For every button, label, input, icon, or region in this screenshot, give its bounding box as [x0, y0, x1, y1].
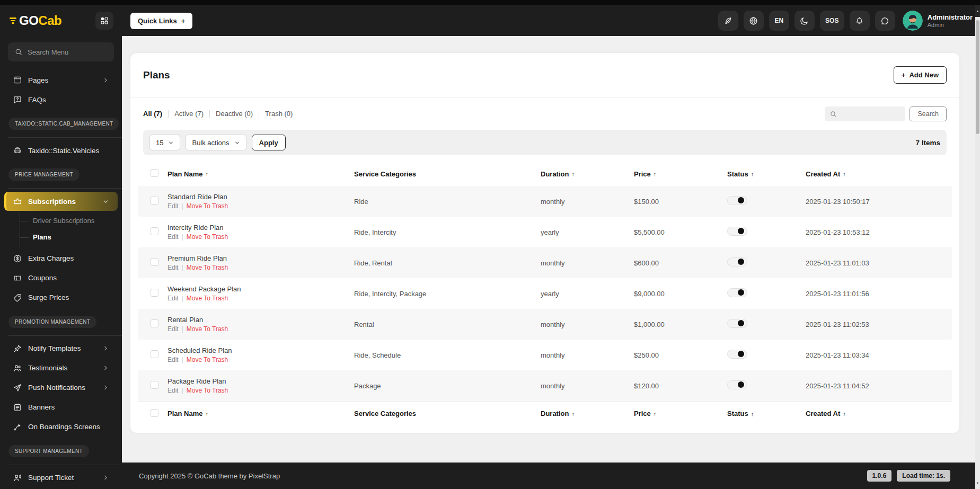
- quick-links-button[interactable]: Quick Links +: [130, 13, 192, 29]
- scrollbar-down-arrow[interactable]: ▼: [975, 479, 980, 487]
- sidebar-item-testimonials[interactable]: Testimonials: [4, 359, 118, 378]
- col-price[interactable]: Price: [634, 170, 651, 178]
- move-to-trash-link[interactable]: Move To Trash: [187, 325, 228, 333]
- edit-link[interactable]: Edit: [167, 325, 179, 333]
- sidebar-subitem-plans[interactable]: Plans: [20, 229, 108, 246]
- sidebar-item-extra-charges[interactable]: Extra Charges: [4, 249, 118, 268]
- vertical-scrollbar[interactable]: ▲ ▼: [975, 5, 980, 489]
- row-checkbox[interactable]: [151, 381, 158, 389]
- status-toggle[interactable]: [727, 257, 747, 266]
- col-plan-name[interactable]: Plan Name: [167, 170, 202, 178]
- edit-link[interactable]: Edit: [167, 233, 179, 241]
- col-plan-name[interactable]: Plan Name: [167, 410, 202, 417]
- section-divider: [8, 335, 122, 336]
- col-price[interactable]: Price: [634, 410, 651, 417]
- apps-grid-button[interactable]: [95, 12, 113, 30]
- language-select-button[interactable]: EN: [769, 11, 789, 31]
- language-globe-button[interactable]: [744, 11, 764, 31]
- sidebar-search-input[interactable]: [28, 48, 121, 56]
- faq-icon: [13, 95, 22, 104]
- price: $5,500.00: [634, 228, 727, 236]
- col-service-categories: Service Categories: [354, 410, 416, 417]
- gocab-logo[interactable]: GOCab: [10, 13, 61, 28]
- bell-icon: [854, 16, 864, 26]
- sidebar-item-notify-templates[interactable]: Notify Templates: [4, 339, 118, 358]
- sort-icon: ↑: [843, 411, 846, 417]
- sidebar-item-onboarding-screens[interactable]: On Boardings Screens: [4, 417, 118, 437]
- status-toggle[interactable]: [727, 227, 747, 236]
- table-search-input[interactable]: [840, 110, 900, 118]
- status-toggle[interactable]: [727, 380, 747, 389]
- notifications-button[interactable]: [850, 11, 870, 31]
- sidebar-item-pages[interactable]: Pages: [4, 70, 118, 90]
- scrollbar-thumb[interactable]: [976, 20, 979, 134]
- edit-link[interactable]: Edit: [167, 356, 179, 363]
- tab-trash[interactable]: Trash (0): [259, 110, 298, 118]
- row-checkbox[interactable]: [151, 258, 158, 266]
- col-duration[interactable]: Duration: [541, 410, 569, 417]
- sidebar-header: GOCab: [0, 5, 122, 36]
- sidebar-item-support-ticket[interactable]: Support Ticket: [4, 468, 118, 487]
- move-to-trash-link[interactable]: Move To Trash: [187, 356, 228, 363]
- sos-button[interactable]: SOS: [820, 11, 844, 31]
- sort-icon: ↑: [571, 171, 575, 177]
- move-to-trash-link[interactable]: Move To Trash: [187, 387, 228, 394]
- user-menu[interactable]: Administrator Admin: [903, 11, 973, 31]
- edit-link[interactable]: Edit: [167, 295, 179, 302]
- add-new-label: Add New: [909, 71, 939, 79]
- row-checkbox[interactable]: [151, 227, 158, 235]
- dark-mode-button[interactable]: [794, 11, 815, 31]
- messages-button[interactable]: [875, 11, 895, 31]
- add-new-button[interactable]: + Add New: [894, 66, 947, 84]
- row-checkbox[interactable]: [151, 197, 158, 205]
- sort-icon: ↑: [751, 411, 754, 417]
- sidebar-subitem-driver-subscriptions[interactable]: Driver Subscriptions: [20, 213, 108, 229]
- per-page-select[interactable]: 15: [149, 135, 180, 150]
- move-to-trash-link[interactable]: Move To Trash: [187, 264, 228, 271]
- tab-deactive[interactable]: Deactive (0): [210, 110, 259, 118]
- tab-active[interactable]: Active (7): [169, 110, 210, 118]
- grid-icon: [100, 16, 109, 25]
- status-toggle[interactable]: [727, 288, 747, 297]
- search-button[interactable]: Search: [910, 106, 947, 121]
- table-row: Intercity Ride Plan Edit|Move To Trash R…: [138, 217, 952, 247]
- sidebar-item-coupons[interactable]: Coupons: [4, 269, 118, 288]
- theme-customizer-button[interactable]: [718, 11, 738, 31]
- status-toggle[interactable]: [727, 196, 747, 205]
- move-to-trash-link[interactable]: Move To Trash: [187, 233, 228, 241]
- price: $9,000.00: [634, 290, 727, 298]
- edit-link[interactable]: Edit: [167, 264, 179, 271]
- select-all-checkbox[interactable]: [151, 409, 158, 417]
- col-created-at[interactable]: Created At: [806, 410, 840, 417]
- col-created-at[interactable]: Created At: [806, 170, 840, 178]
- move-to-trash-link[interactable]: Move To Trash: [187, 295, 228, 302]
- sidebar-item-vehicles[interactable]: Taxido::Static.Vehicles: [4, 141, 118, 160]
- sidebar-item-subscriptions[interactable]: Subscriptions: [4, 192, 118, 211]
- row-checkbox[interactable]: [151, 350, 158, 358]
- plan-name: Package Ride Plan: [167, 377, 354, 385]
- row-checkbox[interactable]: [151, 289, 158, 297]
- tab-all[interactable]: All (7): [143, 110, 169, 118]
- status-toggle[interactable]: [727, 319, 747, 328]
- sidebar-item-surge-prices[interactable]: Surge Prices: [4, 288, 118, 307]
- row-checkbox[interactable]: [151, 319, 158, 327]
- edit-link[interactable]: Edit: [167, 387, 179, 394]
- price: $250.00: [634, 351, 727, 359]
- col-status[interactable]: Status: [727, 410, 748, 417]
- apply-button[interactable]: Apply: [252, 135, 286, 150]
- col-duration[interactable]: Duration: [541, 170, 569, 178]
- load-time-badge: Load time: 1s.: [897, 470, 950, 482]
- sidebar-item-faqs[interactable]: FAQs: [4, 90, 118, 109]
- sidebar-item-banners[interactable]: Banners: [4, 398, 118, 417]
- edit-link[interactable]: Edit: [167, 202, 179, 210]
- col-status[interactable]: Status: [727, 170, 748, 178]
- bulk-actions-select[interactable]: Bulk actions: [186, 135, 246, 150]
- globe-icon: [748, 16, 758, 26]
- sidebar-item-push-notifications[interactable]: Push Notifications: [4, 378, 118, 397]
- select-all-checkbox[interactable]: [151, 169, 158, 177]
- topbar: Quick Links + EN SOS Administr: [122, 5, 980, 36]
- table-row: Scheduled Ride Plan Edit|Move To Trash R…: [138, 340, 952, 370]
- move-to-trash-link[interactable]: Move To Trash: [187, 202, 228, 210]
- scrollbar-up-arrow[interactable]: ▲: [975, 5, 980, 17]
- status-toggle[interactable]: [727, 350, 747, 359]
